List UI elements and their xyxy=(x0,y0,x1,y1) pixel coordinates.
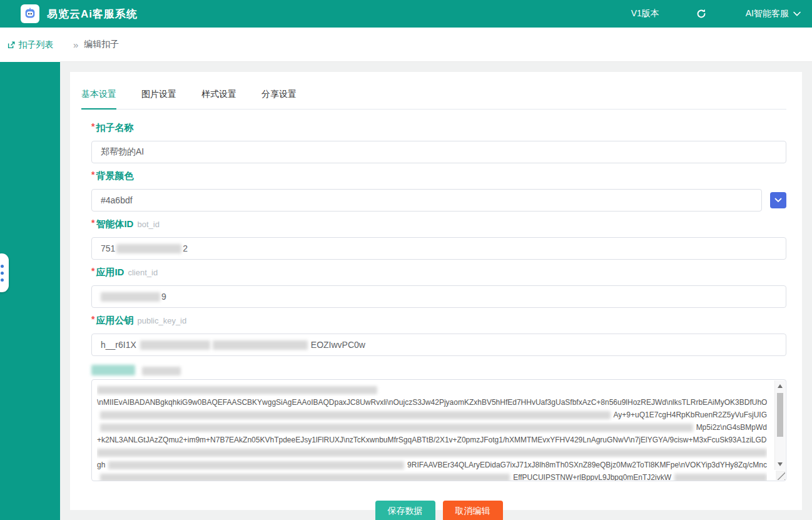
settings-tabs: 基本设置 图片设置 样式设置 分享设置 xyxy=(81,85,786,110)
sidebar-item-buttons-list[interactable]: 扣子列表 xyxy=(0,28,60,62)
field-background-color: *背景颜色 xyxy=(91,170,786,212)
redacted-value xyxy=(116,244,181,253)
key-line: +k2NL3ANLGtJAzZQmu2+im9m+N7B7EAkZn05KVhT… xyxy=(97,434,767,446)
public-key-sublabel: public_key_id xyxy=(137,316,186,325)
scroll-down-arrow[interactable] xyxy=(778,462,783,466)
textarea-resize-handle[interactable] xyxy=(776,471,785,480)
key-line: Mp5i2z\nG4sBMpWd xyxy=(97,421,767,434)
required-asterisk: * xyxy=(91,314,94,324)
key-line: EffPUCUIPSTNW+rlBppvL9Jbpq0mEnTJ2ivkW xyxy=(97,471,767,481)
redacted-text xyxy=(108,461,404,469)
main-content-area: 基本设置 图片设置 样式设置 分享设置 *扣子名称 *背景颜色 xyxy=(60,63,812,520)
required-asterisk: * xyxy=(91,170,94,180)
page-title: 编辑扣子 xyxy=(84,39,119,50)
breadcrumb: » 编辑扣子 xyxy=(60,28,812,62)
cancel-edit-button[interactable]: 取消编辑 xyxy=(443,501,503,520)
bot-id-label: *智能体IDbot_id xyxy=(91,218,786,230)
button-name-label: *扣子名称 xyxy=(91,121,786,134)
public-key-input[interactable]: h__r6I1X EOZIwvPC0w xyxy=(91,334,786,356)
app-title: 易览云Ai客服系统 xyxy=(47,7,138,21)
scrollbar-thumb[interactable] xyxy=(777,393,783,437)
top-header-bar: 易览云Ai客服系统 V1版本 AI智能客服 xyxy=(0,0,812,28)
redacted-text xyxy=(100,424,693,432)
field-button-name: *扣子名称 xyxy=(91,121,786,163)
key-line: \nMIIEvAIBADANBgkqhkiG9w0BAQEFAASCBKYwgg… xyxy=(97,396,767,409)
floating-chat-widget-handle[interactable] xyxy=(0,253,9,292)
edit-form-card: 基本设置 图片设置 样式设置 分享设置 *扣子名称 *背景颜色 xyxy=(70,72,802,510)
redacted-value xyxy=(213,340,308,350)
required-asterisk: * xyxy=(91,121,94,131)
breadcrumb-arrow-icon: » xyxy=(73,39,78,50)
external-link-icon xyxy=(7,41,16,49)
redacted-label xyxy=(91,365,135,375)
field-bot-id: *智能体IDbot_id 751 2 xyxy=(91,218,786,260)
client-id-input[interactable]: 9 xyxy=(91,285,786,308)
redacted-text xyxy=(97,386,377,394)
user-menu[interactable]: AI智能客服 xyxy=(746,8,801,19)
field-public-key-id: *应用公钥public_key_id h__r6I1X EOZIwvPC0w xyxy=(91,314,786,356)
redacted-text xyxy=(100,411,611,419)
bot-id-input[interactable]: 751 2 xyxy=(91,237,786,260)
button-name-input[interactable] xyxy=(91,141,786,163)
key-line xyxy=(97,384,767,396)
widget-dot xyxy=(1,278,4,282)
public-key-label: *应用公钥public_key_id xyxy=(91,314,786,327)
redacted-value xyxy=(101,292,160,302)
redacted-text xyxy=(674,474,767,482)
scroll-up-arrow[interactable] xyxy=(778,384,783,388)
tab-image-settings[interactable]: 图片设置 xyxy=(141,85,176,109)
redacted-value xyxy=(140,340,210,350)
chevron-down-icon xyxy=(793,11,801,16)
form-actions: 保存数据 取消编辑 xyxy=(91,501,786,520)
refresh-icon[interactable] xyxy=(696,8,707,19)
app-logo xyxy=(21,4,39,23)
tab-basic-settings[interactable]: 基本设置 xyxy=(81,85,116,110)
color-picker-button[interactable] xyxy=(770,192,786,208)
background-color-label: *背景颜色 xyxy=(91,170,786,182)
required-asterisk: * xyxy=(91,218,94,228)
key-line: Ay+9+uQ1E7cgH4RpKbRuenR2Z5yVuFsjUIG xyxy=(97,409,767,421)
background-color-input[interactable] xyxy=(91,189,762,212)
client-id-sublabel: client_id xyxy=(128,268,158,277)
robot-mascot-icon xyxy=(23,7,37,21)
tab-style-settings[interactable]: 样式设置 xyxy=(201,85,236,109)
private-key-label-redacted xyxy=(91,365,786,375)
redacted-text xyxy=(97,449,767,457)
user-menu-label: AI智能客服 xyxy=(746,8,789,19)
sidebar-item-label: 扣子列表 xyxy=(19,39,54,51)
key-line: gh 9RIFAAVBEr34QLAryEDidaG7ixJ71xJ8lh8mT… xyxy=(97,459,767,471)
private-key-textarea[interactable]: \nMIIEvAIBADANBgkqhkiG9w0BAQEFAASCBKYwgg… xyxy=(91,379,786,481)
widget-dot xyxy=(1,272,4,275)
tab-share-settings[interactable]: 分享设置 xyxy=(261,85,297,109)
field-client-id: *应用IDclient_id 9 xyxy=(91,266,786,308)
chevron-down-icon xyxy=(774,198,782,203)
textarea-scrollbar[interactable] xyxy=(774,380,785,470)
client-id-label: *应用IDclient_id xyxy=(91,266,786,278)
key-line xyxy=(97,446,767,459)
version-label: V1版本 xyxy=(631,8,659,19)
redacted-text xyxy=(100,474,510,482)
bot-id-sublabel: bot_id xyxy=(137,220,159,229)
redacted-sublabel xyxy=(142,367,181,375)
widget-dot xyxy=(1,265,4,268)
save-data-button[interactable]: 保存数据 xyxy=(375,501,435,520)
required-asterisk: * xyxy=(91,266,94,276)
sidebar: 扣子列表 xyxy=(0,28,60,520)
